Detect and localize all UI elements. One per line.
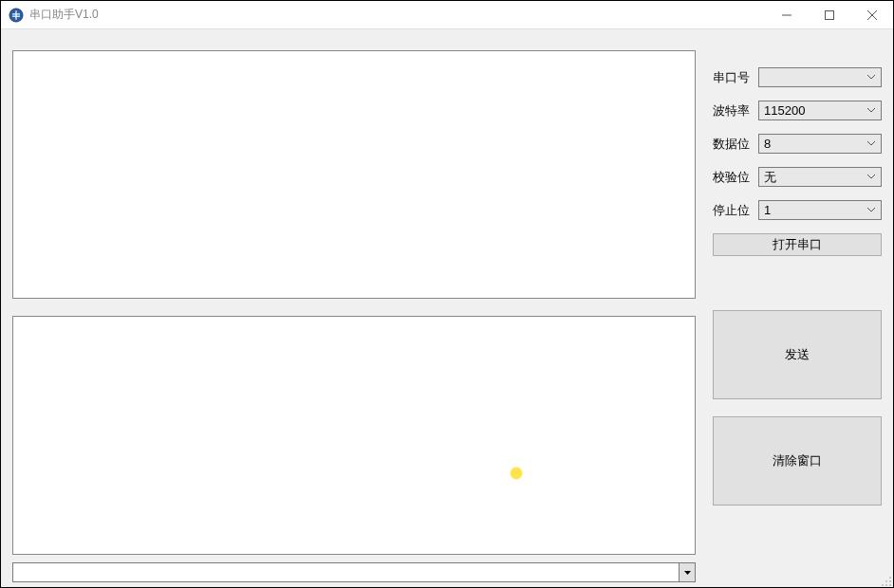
stopbits-value: 1: [764, 203, 771, 217]
stopbits-label: 停止位: [713, 202, 758, 219]
parity-label: 校验位: [713, 169, 758, 186]
send-textarea[interactable]: [12, 316, 696, 555]
svg-point-14: [889, 584, 891, 586]
chevron-down-icon: [864, 168, 879, 186]
row-baud: 波特率 115200: [713, 101, 882, 120]
stopbits-select[interactable]: 1: [758, 200, 882, 220]
svg-point-12: [882, 584, 884, 586]
svg-point-10: [885, 580, 887, 582]
svg-rect-3: [15, 10, 16, 19]
svg-point-11: [889, 580, 891, 582]
window-title: 串口助手V1.0: [29, 7, 99, 23]
parity-select[interactable]: 无: [758, 167, 882, 187]
app-icon: [9, 8, 24, 23]
svg-point-9: [889, 577, 891, 579]
close-button[interactable]: [850, 1, 893, 29]
parity-value: 无: [764, 169, 776, 186]
settings-panel: 串口号 波特率 115200 数据位 8: [713, 67, 882, 256]
chevron-down-icon: [864, 101, 879, 119]
maximize-button[interactable]: [808, 1, 850, 29]
history-combobox[interactable]: [12, 562, 696, 582]
baud-value: 115200: [764, 103, 805, 118]
row-databits: 数据位 8: [713, 134, 882, 154]
history-value[interactable]: [13, 563, 679, 581]
port-select[interactable]: [758, 67, 882, 87]
chevron-down-icon: [864, 201, 879, 219]
send-button[interactable]: 发送: [713, 310, 882, 399]
baud-select[interactable]: 115200: [758, 101, 882, 120]
client-area: 串口号 波特率 115200 数据位 8: [1, 29, 893, 588]
row-stopbits: 停止位 1: [713, 200, 882, 220]
receive-textarea[interactable]: [12, 50, 696, 299]
port-label: 串口号: [713, 69, 758, 86]
svg-point-13: [885, 584, 887, 586]
resize-grip-icon[interactable]: [879, 574, 892, 587]
titlebar: 串口助手V1.0: [1, 1, 893, 29]
clear-button[interactable]: 清除窗口: [713, 416, 882, 505]
chevron-down-icon: [864, 135, 879, 153]
databits-label: 数据位: [713, 136, 758, 153]
row-parity: 校验位 无: [713, 167, 882, 187]
databits-value: 8: [764, 137, 771, 151]
baud-label: 波特率: [713, 102, 758, 119]
row-port: 串口号: [713, 67, 882, 87]
databits-select[interactable]: 8: [758, 134, 882, 154]
svg-marker-8: [684, 571, 691, 575]
minimize-button[interactable]: [765, 1, 808, 29]
svg-rect-5: [825, 10, 833, 19]
open-port-button[interactable]: 打开串口: [713, 233, 882, 256]
chevron-down-icon: [864, 68, 879, 86]
chevron-down-icon[interactable]: [679, 563, 695, 581]
